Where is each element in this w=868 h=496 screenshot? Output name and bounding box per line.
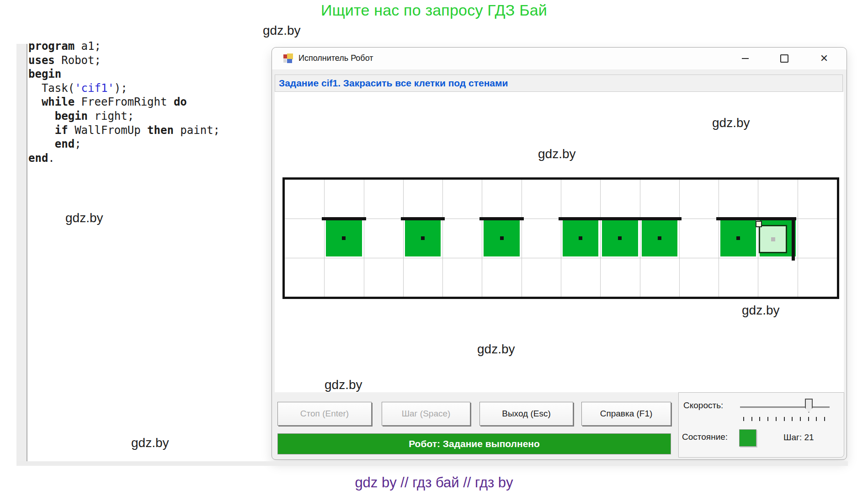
painted-cell <box>600 219 639 257</box>
slider-tick <box>751 417 752 421</box>
task-label: Задание cif1. Закрасить все клетки под с… <box>279 78 508 89</box>
robot <box>759 225 787 253</box>
slider-tick <box>776 417 777 421</box>
top-banner: Ищите нас по запросу ГДЗ Бай <box>321 1 547 19</box>
painted-cell <box>640 219 679 257</box>
watermark: gdz.by <box>538 147 576 161</box>
bottom-edge <box>16 461 848 466</box>
grid-line-h <box>285 258 837 258</box>
watermark: gdz.by <box>65 211 103 225</box>
watermark: gdz.by <box>477 342 515 357</box>
robot-executor-window: Исполнитель Робот ✕ Задание cif1. Закрас… <box>272 47 847 460</box>
editor-gutter <box>16 44 27 461</box>
cell-dot <box>579 236 582 240</box>
slider-tick <box>808 417 809 421</box>
slider-tick <box>792 417 793 421</box>
code-line: end. <box>28 151 220 165</box>
maximize-button[interactable] <box>774 51 794 66</box>
minimize-button[interactable] <box>735 51 755 66</box>
status-bar: Робот: Задание выполнено <box>277 433 671 454</box>
slider-tick <box>767 417 768 421</box>
cell-dot <box>342 236 346 240</box>
grid-line-v <box>798 180 798 297</box>
grid-line-v <box>442 180 443 297</box>
task-label-strip: Задание cif1. Закрасить все клетки под с… <box>275 75 843 92</box>
code-line: end; <box>28 137 220 151</box>
robot-marker-dot <box>771 237 775 241</box>
painted-cell <box>482 219 521 257</box>
wall-top <box>322 217 366 220</box>
watermark: gdz.by <box>325 378 362 392</box>
speed-state-panel: Скорость: Состояние: Шаг: 21 <box>678 392 844 458</box>
grid-line-v <box>679 180 680 297</box>
painted-cell <box>324 219 363 257</box>
speed-label: Скорость: <box>683 400 723 411</box>
close-button[interactable]: ✕ <box>814 51 834 66</box>
code-line: if WallFromUp then paint; <box>28 123 220 138</box>
window-titlebar: Исполнитель Робот ✕ <box>272 48 847 70</box>
painted-cell <box>403 219 442 257</box>
status-text: Робот: Задание выполнено <box>409 438 540 449</box>
step-button[interactable]: Шаг (Space) <box>382 402 470 426</box>
watermark: gdz.by <box>742 304 780 318</box>
slider-tick <box>824 417 825 421</box>
code-block: program a1;uses Robot;begin Task('cif1')… <box>28 39 220 165</box>
help-button[interactable]: Справка (F1) <box>581 402 671 426</box>
cell-dot <box>500 236 504 240</box>
painted-cell <box>719 219 758 257</box>
wall-top <box>559 217 682 220</box>
code-line: program a1; <box>28 39 220 53</box>
slider-tick <box>800 417 801 421</box>
robot-flag <box>756 221 762 227</box>
code-line: begin <box>28 67 220 81</box>
slider-tick <box>784 417 785 421</box>
grid-line-v <box>522 180 522 297</box>
speed-slider-thumb[interactable] <box>805 399 813 413</box>
speed-slider-track[interactable] <box>740 406 830 408</box>
state-indicator <box>739 429 756 447</box>
stop-button[interactable]: Стоп (Enter) <box>277 402 372 426</box>
code-line: Task('cif1'); <box>28 81 220 96</box>
painted-cell <box>561 219 600 257</box>
app-icon <box>283 53 293 64</box>
robot-field <box>282 177 839 299</box>
state-label: Состояние: <box>682 432 728 442</box>
bottom-banner: gdz by // гдз бай // гдз by <box>355 475 513 491</box>
cell-dot <box>618 236 622 240</box>
slider-tick <box>743 417 744 421</box>
watermark: gdz.by <box>263 24 301 38</box>
wall-top <box>479 217 523 220</box>
window-title: Исполнитель Робот <box>298 53 373 63</box>
slider-tick <box>759 417 760 421</box>
cell-dot <box>658 236 661 240</box>
cell-dot <box>736 236 740 240</box>
code-line: while FreeFromRight do <box>28 95 220 109</box>
wall-top <box>716 217 796 220</box>
step-counter: Шаг: 21 <box>783 432 814 443</box>
code-line: uses Robot; <box>28 53 220 68</box>
watermark: gdz.by <box>712 116 750 130</box>
page: Ищите нас по запросу ГДЗ Бай program a1;… <box>0 0 868 496</box>
wall-right <box>792 217 795 261</box>
exit-button[interactable]: Выход (Esc) <box>479 402 573 426</box>
code-line: begin right; <box>28 109 220 123</box>
watermark: gdz.by <box>131 436 169 450</box>
slider-tick <box>816 417 817 421</box>
cell-dot <box>421 236 425 240</box>
wall-top <box>401 217 445 220</box>
grid-line-v <box>364 180 364 297</box>
